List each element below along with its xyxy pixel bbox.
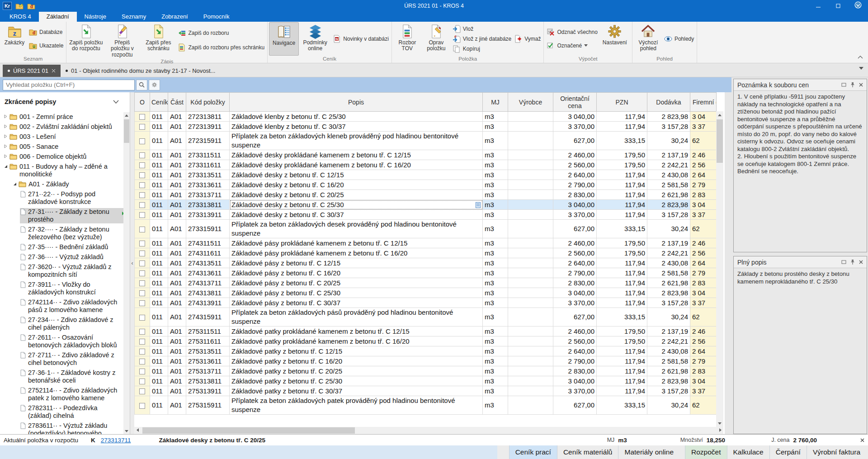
podminky-online-button[interactable]: Podmínky online — [299, 22, 331, 56]
doc-tab-objekt[interactable]: 01 - Objekt rodinného domu ze stavby 21-… — [61, 65, 220, 77]
scroll-right-icon[interactable] — [717, 427, 723, 433]
ribbon-tab-seznamy[interactable]: Seznamy — [114, 12, 154, 22]
column-header-cenik[interactable]: Ceník — [150, 93, 168, 112]
row-checkbox[interactable] — [139, 260, 145, 266]
panel-splitter[interactable]: ‹ — [130, 92, 134, 434]
scroll-down-icon[interactable] — [123, 428, 130, 434]
expand-arrow-icon[interactable] — [2, 143, 9, 148]
pohledy-button[interactable]: Pohledy — [664, 35, 694, 43]
row-checkbox[interactable] — [139, 227, 145, 232]
search-button[interactable] — [136, 80, 147, 90]
table-row[interactable]: 011A01273315911Příplatek za beton základ… — [135, 220, 717, 238]
table-row[interactable]: 011A01272313911Základové klenby z betonu… — [135, 122, 717, 132]
prepis-polozku-button[interactable]: Přepiš položku v rozpočtu — [104, 22, 140, 58]
tree-item-doc[interactable]: 2752114·· - Zdivo základových patek z lo… — [0, 386, 123, 403]
table-row[interactable]: 011A01275313511Základové patky z betonu … — [135, 346, 717, 356]
vloz-button[interactable]: Vlož — [453, 25, 511, 33]
table-row[interactable]: 011A01275313611Základové patky z betonu … — [135, 356, 717, 366]
table-row[interactable]: 011A01273313611Základové desky z betonu … — [135, 180, 717, 190]
scrollbar-thumb[interactable] — [124, 119, 129, 143]
zakazky-button[interactable]: z Zakázky — [1, 22, 28, 56]
scroll-up-icon[interactable] — [123, 112, 130, 118]
ribbon-tab-nástroje[interactable]: Nástroje — [77, 12, 114, 22]
ribbon-collapse-icon[interactable] — [857, 55, 863, 59]
column-header-select[interactable]: O — [135, 93, 150, 112]
table-row[interactable]: 011A01273313811Základové desky z betonu … — [135, 200, 717, 210]
tree-item-folder[interactable]: 005 - Sanace — [0, 142, 123, 152]
rozbor-tov-button[interactable]: Rozbor TOV — [393, 22, 421, 56]
module-tab-výrobní-faktura[interactable]: Výrobní faktura — [807, 445, 866, 459]
expand-arrow-icon[interactable] — [2, 123, 9, 128]
oznacene-dropdown-button[interactable]: Označené — [547, 42, 597, 50]
table-row[interactable]: 011A01275313911Základové patky z betonu … — [135, 386, 717, 396]
tree-item-folder[interactable]: 006 - Demolice objektů — [0, 152, 123, 162]
row-checkbox[interactable] — [139, 138, 145, 144]
table-row[interactable]: 011A01274313611Základové pásy z betonu t… — [135, 268, 717, 278]
row-checkbox[interactable] — [139, 251, 145, 256]
module-tab-kalkulace[interactable]: Kalkulace — [727, 445, 769, 459]
expand-arrow-icon[interactable] — [2, 153, 9, 158]
column-header-dodavka[interactable]: Dodávka — [647, 93, 690, 112]
tree-item-doc[interactable]: 27·234··· - Zdivo základové z cihel pále… — [0, 315, 123, 333]
tree-item-folder[interactable]: A01 - Základy — [0, 180, 123, 189]
tree-item-folder[interactable]: 001 - Zemní práce — [0, 112, 123, 122]
close-panel-icon[interactable] — [859, 83, 863, 87]
table-row[interactable]: 011A01273313511Základové desky z betonu … — [135, 170, 717, 180]
tree-item-doc[interactable]: 271··22·· - Podsyp pod základové konstru… — [0, 189, 123, 207]
tab-list-dropdown-icon[interactable] — [859, 67, 863, 70]
vychozi-pohled-button[interactable]: Výchozí pohled — [634, 22, 663, 56]
table-row[interactable]: 011A01275313811Základové patky z betonu … — [135, 376, 717, 386]
odznac-vsechno-button[interactable]: Odznač všechno — [547, 28, 597, 36]
row-checkbox[interactable] — [139, 403, 145, 409]
row-checkbox[interactable] — [139, 329, 145, 335]
row-checkbox[interactable] — [139, 369, 145, 374]
tree-item-doc[interactable]: 27·31···· - Základy z betonu prostého — [0, 207, 123, 225]
search-input[interactable] — [3, 80, 135, 90]
row-checkbox[interactable] — [139, 349, 145, 355]
tree-item-folder[interactable]: 003 - Lešení — [0, 132, 123, 142]
table-row[interactable]: 011A01275311611Základové patky prokládan… — [135, 336, 717, 346]
zapis-pres-schranku-button[interactable]: Zapiš přes schránku — [140, 22, 176, 58]
pin-icon[interactable] — [850, 82, 855, 88]
table-row[interactable]: 011A01274313911Základové pásy z betonu t… — [135, 298, 717, 308]
column-header-orientacni-cena[interactable]: Orientační cena — [553, 93, 597, 112]
column-header-vyrobce[interactable]: Výrobce — [508, 93, 553, 112]
row-checkbox[interactable] — [139, 388, 145, 394]
nastaveni-button[interactable]: Nastavení — [599, 22, 631, 56]
table-row[interactable]: 011A01273311611Základové desky prokládan… — [135, 160, 717, 170]
scrollbar-thumb[interactable] — [142, 427, 355, 434]
tree-item-doc[interactable]: 2782311·· - Podezdívka (základ) cihelná — [0, 403, 123, 421]
table-row[interactable]: 011A01274313511Základové pásy z betonu t… — [135, 258, 717, 268]
row-checkbox[interactable] — [139, 124, 145, 130]
zapis-do-rozboru-schranka-button[interactable]: Zapiš do rozboru přes schránku — [178, 43, 264, 52]
column-header-firemni-cena[interactable]: Firemní cena — [690, 93, 717, 112]
navigace-button[interactable]: Navigace — [269, 22, 299, 56]
tree-item-doc[interactable]: 27·35···· - Bednění základů — [0, 242, 123, 252]
row-checkbox[interactable] — [139, 270, 145, 276]
row-checkbox[interactable] — [139, 359, 145, 364]
ribbon-tab-zobrazení[interactable]: Zobrazení — [154, 12, 196, 22]
vymaz-button[interactable]: Vymaž — [514, 35, 541, 43]
row-checkbox[interactable] — [139, 315, 145, 321]
table-row[interactable]: 011A01275311511Základové patky prokládan… — [135, 327, 717, 336]
table-row[interactable]: 011A01273311511Základové desky prokládan… — [135, 150, 717, 160]
tree-item-doc[interactable]: 27·36···· - Výztuž základů — [0, 252, 123, 262]
ribbon-tab-kros-4[interactable]: KROS 4 — [2, 12, 39, 22]
tree-item-doc[interactable]: 27·3620·· - Výztuž základů z kompozitníc… — [0, 262, 123, 280]
tree-item-doc[interactable]: 27·36·1·· - Základové kostry z betonářsk… — [0, 368, 123, 386]
table-horizontal-scrollbar[interactable] — [134, 427, 723, 434]
row-checkbox[interactable] — [139, 192, 145, 198]
tree-panel-header[interactable]: Zkrácené popisy — [0, 92, 130, 111]
column-header-kod-polozky[interactable]: Kód položky — [186, 93, 230, 112]
module-tab-materiály-online[interactable]: Materiály online — [618, 445, 679, 459]
scroll-left-icon[interactable] — [134, 427, 141, 433]
ribbon-tab-základní[interactable]: Základní — [39, 12, 77, 22]
minimize-button[interactable] — [808, 0, 828, 12]
row-checkbox[interactable] — [139, 379, 145, 384]
row-checkbox[interactable] — [139, 162, 145, 168]
table-row[interactable]: 011A01273313711Základové desky z betonu … — [135, 190, 717, 200]
row-checkbox[interactable] — [139, 114, 145, 120]
tree-item-doc[interactable]: 27·32···· - Základy z betonu železového … — [0, 225, 123, 242]
vloz-z-jine-databaze-button[interactable]: d Vlož z jiné databáze — [453, 35, 511, 43]
module-tab-čerpání[interactable]: Čerpání — [769, 445, 807, 459]
